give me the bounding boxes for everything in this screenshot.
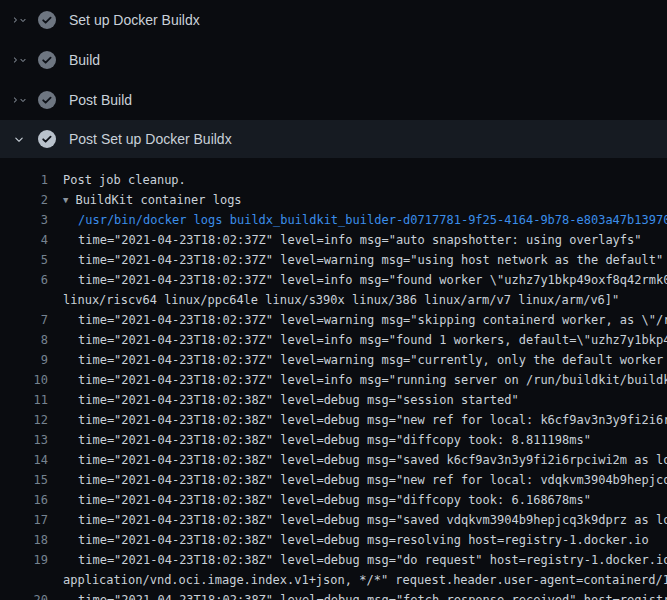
log-line-number — [0, 570, 48, 590]
step-header-build[interactable]: Build — [0, 40, 667, 80]
log-line-number[interactable]: 18 — [0, 530, 48, 550]
step-label: Post Build — [69, 92, 132, 108]
log-line: 13 time="2021-04-23T18:02:38Z" level=deb… — [0, 430, 667, 450]
chevron-down-icon — [19, 94, 27, 106]
log-line-text: time="2021-04-23T18:02:38Z" level=debug … — [78, 550, 667, 570]
log-line-text: time="2021-04-23T18:02:38Z" level=debug … — [78, 510, 667, 530]
step-header-post-set-up-docker-buildx[interactable]: Post Set up Docker Buildx — [0, 120, 667, 158]
log-line: 15 time="2021-04-23T18:02:38Z" level=deb… — [0, 470, 667, 490]
step-header-set-up-docker-buildx[interactable]: Set up Docker Buildx — [0, 0, 667, 40]
log-line-number[interactable]: 15 — [0, 470, 48, 490]
log-line-text: /usr/bin/docker logs buildx_buildkit_bui… — [78, 210, 667, 230]
step-label: Set up Docker Buildx — [69, 12, 200, 28]
log-line: 18 time="2021-04-23T18:02:38Z" level=deb… — [0, 530, 667, 550]
chevron-right-icon — [11, 54, 19, 66]
log-line: 4 time="2021-04-23T18:02:37Z" level=info… — [0, 230, 667, 250]
log-line: 1 Post job cleanup. — [0, 170, 667, 190]
log-line-text: time="2021-04-23T18:02:37Z" level=warnin… — [78, 350, 667, 370]
log-line-text: time="2021-04-23T18:02:37Z" level=warnin… — [78, 310, 667, 330]
log-line: 14 time="2021-04-23T18:02:38Z" level=deb… — [0, 450, 667, 470]
log-line-number[interactable]: 14 — [0, 450, 48, 470]
log-line: 19 time="2021-04-23T18:02:38Z" level=deb… — [0, 550, 667, 570]
log-line: 9 time="2021-04-23T18:02:37Z" level=warn… — [0, 350, 667, 370]
log-line: 2 ▼BuildKit container logs — [0, 190, 667, 210]
workflow-steps-list: Set up Docker Buildx Build — [0, 0, 667, 158]
check-circle-icon — [38, 130, 56, 148]
log-line-number — [0, 290, 48, 310]
log-line-text: time="2021-04-23T18:02:38Z" level=debug … — [78, 410, 667, 430]
log-line-text: time="2021-04-23T18:02:38Z" level=debug … — [78, 490, 591, 510]
log-line-text: time="2021-04-23T18:02:38Z" level=debug … — [78, 530, 649, 550]
log-line-text: Post job cleanup. — [63, 170, 186, 190]
log-line-number[interactable]: 17 — [0, 510, 48, 530]
log-line-text: linux/riscv64 linux/ppc64le linux/s390x … — [63, 290, 619, 310]
log-line: 8 time="2021-04-23T18:02:37Z" level=info… — [0, 330, 667, 350]
log-line-number[interactable]: 5 — [0, 250, 48, 270]
step-label: Post Set up Docker Buildx — [69, 131, 232, 147]
chevron-right-icon — [11, 14, 19, 26]
log-line: 11 time="2021-04-23T18:02:38Z" level=deb… — [0, 390, 667, 410]
log-line-number[interactable]: 8 — [0, 330, 48, 350]
group-collapse-triangle-icon[interactable]: ▼ — [63, 195, 68, 205]
step-header-post-build[interactable]: Post Build — [0, 80, 667, 120]
log-line-number[interactable]: 9 — [0, 350, 48, 370]
log-line: 10 time="2021-04-23T18:02:37Z" level=inf… — [0, 370, 667, 390]
log-line-text: time="2021-04-23T18:02:37Z" level=info m… — [78, 230, 642, 250]
log-line: application/vnd.oci.image.index.v1+json,… — [0, 570, 667, 590]
log-line: 16 time="2021-04-23T18:02:38Z" level=deb… — [0, 490, 667, 510]
log-panel: 1 Post job cleanup. 2 ▼BuildKit containe… — [0, 158, 667, 600]
check-circle-icon — [38, 11, 56, 29]
chevron-down-icon — [19, 54, 27, 66]
log-line-text: time="2021-04-23T18:02:38Z" level=debug … — [78, 450, 667, 470]
log-line-number[interactable]: 2 — [0, 190, 48, 210]
log-line-text: application/vnd.oci.image.index.v1+json,… — [63, 570, 667, 590]
log-line: 6 time="2021-04-23T18:02:37Z" level=info… — [0, 270, 667, 290]
chevron-down-icon — [13, 133, 25, 145]
log-line: 3 /usr/bin/docker logs buildx_buildkit_b… — [0, 210, 667, 230]
log-line-number[interactable]: 4 — [0, 230, 48, 250]
log-line-number[interactable]: 7 — [0, 310, 48, 330]
log-line-number[interactable]: 1 — [0, 170, 48, 190]
log-line: 20 time="2021-04-23T18:02:38Z" level=deb… — [0, 590, 667, 600]
log-line-text: time="2021-04-23T18:02:38Z" level=debug … — [78, 390, 519, 410]
log-line: 17 time="2021-04-23T18:02:38Z" level=deb… — [0, 510, 667, 530]
chevron-right-icon — [11, 94, 19, 106]
log-line-number[interactable]: 3 — [0, 210, 48, 230]
log-line-text: time="2021-04-23T18:02:37Z" level=warnin… — [78, 250, 663, 270]
log-line: 12 time="2021-04-23T18:02:38Z" level=deb… — [0, 410, 667, 430]
log-line-number[interactable]: 6 — [0, 270, 48, 290]
log-line: 7 time="2021-04-23T18:02:37Z" level=warn… — [0, 310, 667, 330]
log-line-number[interactable]: 16 — [0, 490, 48, 510]
log-line-text: time="2021-04-23T18:02:37Z" level=info m… — [78, 370, 667, 390]
log-group-label[interactable]: BuildKit container logs — [75, 193, 241, 207]
log-line-text: time="2021-04-23T18:02:38Z" level=debug … — [78, 430, 591, 450]
log-line-text: time="2021-04-23T18:02:38Z" level=debug … — [78, 590, 667, 600]
check-circle-icon — [38, 91, 56, 109]
log-line-number[interactable]: 20 — [0, 590, 48, 600]
log-line-number[interactable]: 11 — [0, 390, 48, 410]
chevron-down-icon — [19, 14, 27, 26]
check-circle-icon — [38, 51, 56, 69]
log-line-number[interactable]: 13 — [0, 430, 48, 450]
step-label: Build — [69, 52, 100, 68]
log-line-text: time="2021-04-23T18:02:38Z" level=debug … — [78, 470, 667, 490]
log-line-text: time="2021-04-23T18:02:37Z" level=info m… — [78, 270, 667, 290]
log-line-number[interactable]: 12 — [0, 410, 48, 430]
log-line: linux/riscv64 linux/ppc64le linux/s390x … — [0, 290, 667, 310]
log-line-text: time="2021-04-23T18:02:37Z" level=info m… — [78, 330, 667, 350]
log-line: 5 time="2021-04-23T18:02:37Z" level=warn… — [0, 250, 667, 270]
log-line-text: ▼BuildKit container logs — [63, 190, 242, 210]
log-line-number[interactable]: 19 — [0, 550, 48, 570]
log-line-number[interactable]: 10 — [0, 370, 48, 390]
